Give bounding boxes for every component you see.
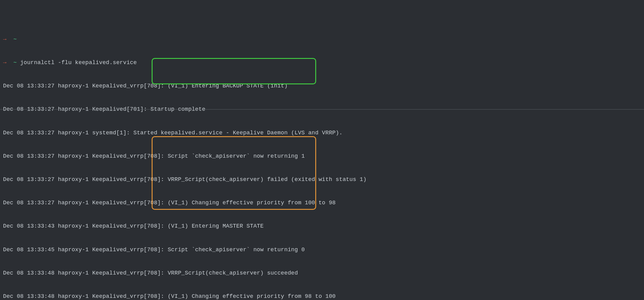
prompt-line-command[interactable]: → ~ journalctl -flu keepalived.service bbox=[3, 59, 641, 67]
log-line: Dec 08 13:33:48 haproxy-1 Keepalived_vrr… bbox=[3, 269, 641, 277]
prompt-line-empty: → ~ bbox=[3, 36, 641, 43]
log-line: Dec 08 13:33:43 haproxy-1 Keepalived_vrr… bbox=[3, 222, 641, 230]
log-line: Dec 08 13:33:27 haproxy-1 Keepalived_vrr… bbox=[3, 176, 641, 183]
log-line: Dec 08 13:33:27 haproxy-1 Keepalived_vrr… bbox=[3, 152, 641, 160]
annotation-box-orange bbox=[152, 136, 316, 210]
log-line: Dec 08 13:33:27 haproxy-1 systemd[1]: St… bbox=[3, 129, 641, 137]
terminal-window[interactable]: → ~ → ~ journalctl -flu keepalived.servi… bbox=[0, 0, 644, 300]
log-line: Dec 08 13:33:48 haproxy-1 Keepalived_vrr… bbox=[3, 293, 641, 300]
prompt-cwd: ~ bbox=[14, 36, 17, 42]
prompt-arrow-icon: → bbox=[3, 36, 6, 42]
prompt-arrow-icon: → bbox=[3, 60, 6, 66]
command-text: journalctl -flu keepalived.service bbox=[20, 60, 137, 66]
pane-divider[interactable] bbox=[0, 109, 644, 110]
log-line: Dec 08 13:33:45 haproxy-1 Keepalived_vrr… bbox=[3, 246, 641, 254]
log-line: Dec 08 13:33:27 haproxy-1 Keepalived_vrr… bbox=[3, 82, 641, 90]
prompt-cwd: ~ bbox=[14, 60, 17, 66]
log-line: Dec 08 13:33:27 haproxy-1 Keepalived_vrr… bbox=[3, 199, 641, 207]
